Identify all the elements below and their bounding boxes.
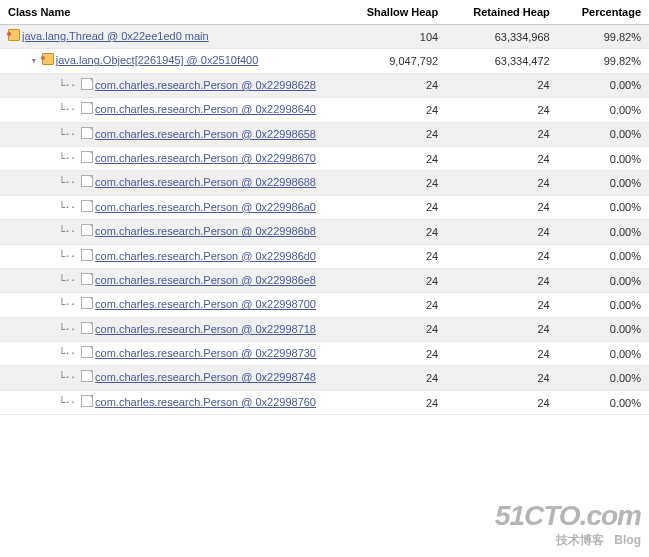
class-icon [81,395,93,407]
heap-table: Class Name Shallow Heap Retained Heap Pe… [0,0,649,415]
table-row[interactable]: └·· com.charles.research.Person @ 0x2299… [0,98,649,122]
class-link[interactable]: com.charles.research.Person @ 0x229986d0 [95,249,316,264]
class-link[interactable]: com.charles.research.Person @ 0x22998748 [95,370,316,385]
class-link[interactable]: com.charles.research.Person @ 0x229986b8 [95,224,316,239]
cell-retained: 24 [446,366,558,390]
class-icon [81,224,93,236]
cell-retained: 24 [446,195,558,219]
class-icon [81,127,93,139]
class-icon [81,346,93,358]
cell-pct: 0.00% [558,366,649,390]
cell-retained: 24 [446,244,558,268]
table-row[interactable]: └·· com.charles.research.Person @ 0x2299… [0,171,649,195]
cell-retained: 24 [446,146,558,170]
cell-shallow: 24 [345,244,446,268]
tree-line: └·· [8,200,81,215]
tree-line: └·· [8,249,81,264]
object-icon [8,29,20,41]
class-link[interactable]: com.charles.research.Person @ 0x22998718 [95,322,316,337]
table-row[interactable]: └·· com.charles.research.Person @ 0x2299… [0,342,649,366]
tree-line: └·· [8,127,81,142]
cell-shallow: 24 [345,171,446,195]
cell-shallow: 24 [345,98,446,122]
tree-line: └·· [8,370,81,385]
cell-shallow: 24 [345,73,446,97]
cell-retained: 24 [446,220,558,244]
class-icon [81,200,93,212]
table-row[interactable]: └·· com.charles.research.Person @ 0x2299… [0,122,649,146]
cell-retained: 24 [446,293,558,317]
class-icon [81,78,93,90]
cell-shallow: 9,047,792 [345,49,446,73]
col-header-percentage[interactable]: Percentage [558,0,649,25]
table-row[interactable]: java.lang.Thread @ 0x22ee1ed0 main10463,… [0,25,649,49]
col-header-classname[interactable]: Class Name [0,0,345,25]
cell-pct: 0.00% [558,220,649,244]
table-row[interactable]: └·· com.charles.research.Person @ 0x2299… [0,73,649,97]
table-row[interactable]: └·· com.charles.research.Person @ 0x2299… [0,268,649,292]
cell-pct: 0.00% [558,146,649,170]
cell-retained: 24 [446,342,558,366]
cell-pct: 0.00% [558,195,649,219]
class-link[interactable]: com.charles.research.Person @ 0x229986a0 [95,200,316,215]
class-icon [81,297,93,309]
class-icon [81,322,93,334]
tree-line: └·· [8,395,81,410]
cell-pct: 0.00% [558,98,649,122]
cell-retained: 24 [446,268,558,292]
tree-line: └·· [8,102,81,117]
class-link[interactable]: java.lang.Object[2261945] @ 0x2510f400 [56,53,259,68]
class-link[interactable]: java.lang.Thread @ 0x22ee1ed0 main [22,29,209,44]
cell-shallow: 24 [345,293,446,317]
class-link[interactable]: com.charles.research.Person @ 0x22998700 [95,297,316,312]
class-link[interactable]: com.charles.research.Person @ 0x22998730 [95,346,316,361]
class-icon [81,102,93,114]
cell-retained: 24 [446,390,558,414]
cell-pct: 0.00% [558,293,649,317]
class-link[interactable]: com.charles.research.Person @ 0x22998688 [95,175,316,190]
cell-shallow: 24 [345,220,446,244]
table-row[interactable]: └·· com.charles.research.Person @ 0x2299… [0,366,649,390]
cell-pct: 0.00% [558,342,649,366]
cell-pct: 0.00% [558,317,649,341]
class-link[interactable]: com.charles.research.Person @ 0x22998760 [95,395,316,410]
cell-shallow: 24 [345,390,446,414]
cell-retained: 63,334,968 [446,25,558,49]
table-row[interactable]: └·· com.charles.research.Person @ 0x2299… [0,244,649,268]
col-header-retained[interactable]: Retained Heap [446,0,558,25]
cell-shallow: 24 [345,146,446,170]
tree-line: └·· [8,346,81,361]
cell-pct: 0.00% [558,122,649,146]
cell-pct: 0.00% [558,171,649,195]
col-header-shallow[interactable]: Shallow Heap [345,0,446,25]
class-link[interactable]: com.charles.research.Person @ 0x229986e8 [95,273,316,288]
class-link[interactable]: com.charles.research.Person @ 0x22998640 [95,102,316,117]
table-row[interactable]: └·· com.charles.research.Person @ 0x2299… [0,220,649,244]
cell-retained: 24 [446,171,558,195]
cell-shallow: 104 [345,25,446,49]
cell-retained: 63,334,472 [446,49,558,73]
table-row[interactable]: └·· com.charles.research.Person @ 0x2299… [0,146,649,170]
cell-pct: 0.00% [558,390,649,414]
class-link[interactable]: com.charles.research.Person @ 0x22998670 [95,151,316,166]
cell-retained: 24 [446,122,558,146]
tree-line: └·· [8,78,81,93]
table-row[interactable]: └·· com.charles.research.Person @ 0x2299… [0,293,649,317]
cell-pct: 99.82% [558,49,649,73]
table-row[interactable]: └·· com.charles.research.Person @ 0x2299… [0,195,649,219]
cell-shallow: 24 [345,122,446,146]
class-link[interactable]: com.charles.research.Person @ 0x22998628 [95,78,316,93]
class-link[interactable]: com.charles.research.Person @ 0x22998658 [95,127,316,142]
tree-line: └·· [8,273,81,288]
object-icon [42,53,54,65]
tree-line: └·· [8,322,81,337]
table-row[interactable]: └·· com.charles.research.Person @ 0x2299… [0,317,649,341]
class-icon [81,249,93,261]
tree-line: └·· [8,297,81,312]
table-row[interactable]: ▾ java.lang.Object[2261945] @ 0x2510f400… [0,49,649,73]
cell-shallow: 24 [345,342,446,366]
tree-line: └·· [8,224,81,239]
cell-shallow: 24 [345,268,446,292]
table-row[interactable]: └·· com.charles.research.Person @ 0x2299… [0,390,649,414]
tree-line: └·· [8,151,81,166]
